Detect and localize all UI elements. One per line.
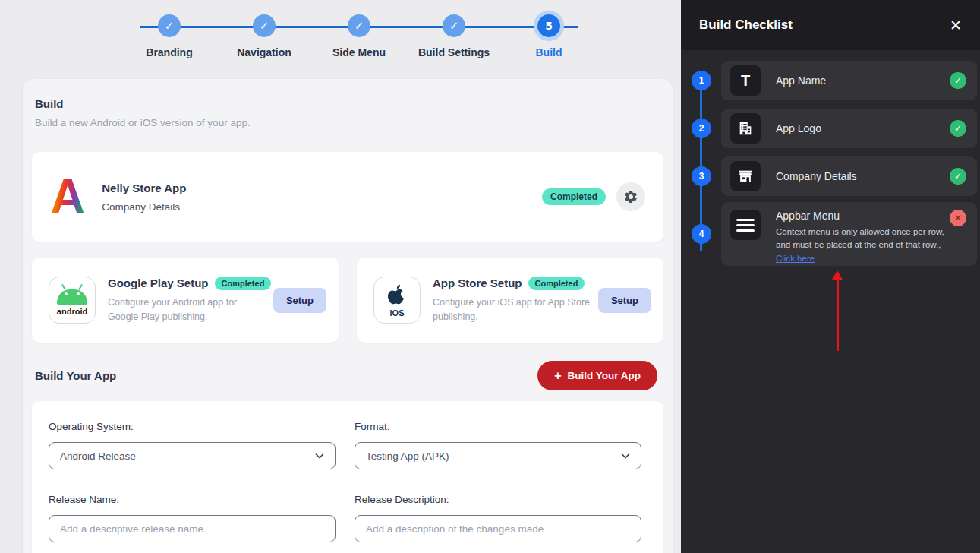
google-play-setup-button[interactable]: Setup [273,288,326,313]
checklist-title: Build Checklist [699,17,793,33]
operating-system-select[interactable]: Android Release [49,442,336,469]
step-build[interactable]: 5 Build [507,8,591,58]
building-icon [730,113,761,144]
store-card-title: App Store Setup [433,276,522,289]
timeline-number: 3 [692,166,711,186]
build-section-card: Build Build a new Android or iOS version… [23,79,673,553]
store-card-title: Google Play Setup [108,276,209,289]
checklist-item-label: Company Details [776,170,857,182]
app-info: Nelly Store App Company Details [102,182,186,213]
operating-system-field-group: Operating System: Android Release [49,421,336,469]
storefront-icon [730,161,761,191]
chevron-down-icon [315,453,324,459]
format-label: Format: [355,421,641,432]
app-store-setup-card: iOS App Store Setup Completed Configure … [357,258,663,343]
build-form-card: Operating System: Android Release Format… [32,401,663,553]
app-subtitle: Company Details [102,201,186,213]
release-name-field-group: Release Name: [49,494,336,542]
checklist-item-label: App Logo [776,122,821,134]
release-name-label: Release Name: [49,494,336,505]
check-icon: ✓ [253,14,276,37]
close-icon[interactable]: ✕ [950,17,962,33]
build-your-app-button-label: Build Your App [568,370,641,381]
text-icon: T [730,65,761,96]
success-check-icon: ✓ [950,168,966,185]
app-logo: A [50,174,85,220]
format-select[interactable]: Testing App (APK) [355,442,641,469]
arrow-head [832,270,843,280]
checklist-item-company-details[interactable]: Company Details ✓ [721,156,977,196]
success-check-icon: ✓ [950,72,966,89]
step-label: Build [536,46,562,58]
release-description-input[interactable] [355,515,641,542]
plus-icon: + [554,371,561,381]
step-label: Branding [146,46,192,58]
build-your-app-row: Build Your App + Build Your App [35,361,657,390]
click-here-link[interactable]: Click here [776,254,815,263]
error-x-icon: ✕ [950,210,966,226]
app-name: Nelly Store App [102,182,186,194]
store-card-info: Google Play Setup Completed Configure yo… [108,276,271,324]
release-description-label: Release Description: [355,494,641,505]
step-build-settings[interactable]: ✓ Build Settings [412,8,496,58]
step-label: Build Settings [418,46,490,58]
status-badge: Completed [215,276,272,290]
settings-button[interactable] [616,182,645,211]
release-description-field-group: Release Description: [355,494,641,542]
android-robot-icon: android [49,276,96,324]
success-check-icon: ✓ [950,120,966,137]
step-label: Navigation [237,46,291,58]
store-card-info: App Store Setup Completed Configure your… [433,276,592,324]
check-icon: ✓ [348,14,370,37]
timeline-number: 4 [692,224,711,244]
checklist-item-label: Appbar Menu [776,210,950,222]
checklist-error-text: Context menu is only allowed once per ro… [776,226,950,265]
android-icon-label: android [57,307,87,316]
step-label: Side Menu [332,46,386,58]
menu-icon [730,210,761,240]
apple-logo-glyph [386,283,408,306]
checklist-item-app-logo[interactable]: App Logo ✓ [721,109,977,148]
checklist-item-body: Appbar Menu Context menu is only allowed… [776,210,950,265]
checklist-header: Build Checklist ✕ [681,0,980,50]
checklist-item-appbar-menu[interactable]: Appbar Menu Context menu is only allowed… [721,202,977,266]
timeline-number: 2 [692,118,711,138]
main-content: ✓ Branding ✓ Navigation ✓ Side Menu ✓ Bu… [0,0,681,553]
checklist-item-label: App Name [776,74,826,87]
checklist-item-app-name[interactable]: T App Name ✓ [721,61,977,100]
app-store-setup-button[interactable]: Setup [598,288,651,313]
chevron-down-icon [621,453,630,459]
operating-system-label: Operating System: [49,421,336,432]
operating-system-value: Android Release [60,450,136,462]
format-value: Testing App (APK) [366,450,449,462]
app-summary-card: A Nelly Store App Company Details Comple… [32,152,663,242]
step-branding[interactable]: ✓ Branding [128,8,211,58]
step-number: 5 [537,14,560,37]
red-pointer-arrow [832,270,843,351]
store-card-description: Configure your iOS app for App Store pub… [433,295,592,324]
release-name-input[interactable] [49,515,336,542]
step-side-menu[interactable]: ✓ Side Menu [317,8,401,58]
status-badge: Completed [542,188,606,205]
section-heading: Build Your App [35,369,116,382]
check-icon: ✓ [158,14,181,37]
divider [35,141,660,141]
page-subtitle: Build a new Android or iOS version of yo… [35,117,660,128]
status-badge: Completed [528,276,585,290]
page-title: Build [35,97,660,110]
step-navigation[interactable]: ✓ Navigation [222,8,306,58]
wizard-stepper: ✓ Branding ✓ Navigation ✓ Side Menu ✓ Bu… [128,8,591,58]
gear-icon [623,189,638,204]
store-card-description: Configure your Android app for Google Pl… [108,295,267,324]
build-checklist-panel: Build Checklist ✕ 1 2 3 4 T App Name ✓ A… [681,0,980,553]
apple-icon: iOS [373,276,421,324]
build-your-app-button[interactable]: + Build Your App [537,361,657,390]
build-section-header: Build Build a new Android or iOS version… [23,79,673,141]
ios-icon-label: iOS [390,308,405,318]
google-play-setup-card: android Google Play Setup Completed Conf… [32,258,339,343]
store-setup-row: android Google Play Setup Completed Conf… [32,258,663,343]
timeline-number: 1 [692,71,711,90]
check-icon: ✓ [443,14,465,37]
format-field-group: Format: Testing App (APK) [355,421,641,469]
arrow-stem [837,280,839,351]
